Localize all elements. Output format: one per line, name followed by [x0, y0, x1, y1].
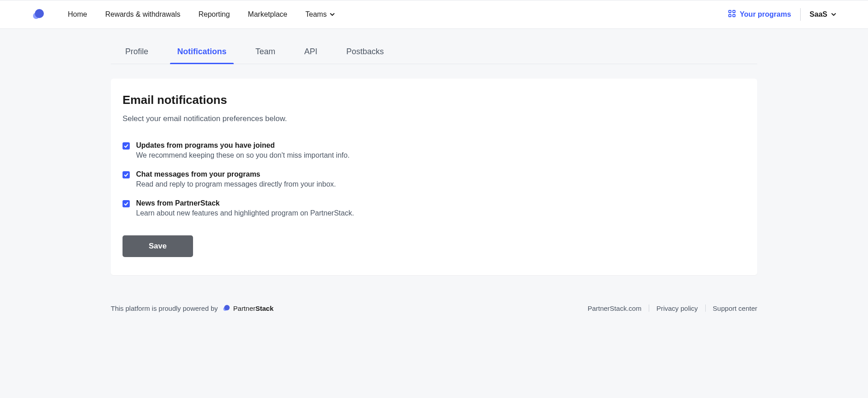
- account-label: SaaS: [810, 10, 827, 19]
- tab-profile[interactable]: Profile: [125, 47, 148, 64]
- option-label: News from PartnerStack: [136, 199, 354, 207]
- svg-rect-4: [729, 14, 731, 17]
- footer-link-site[interactable]: PartnerStack.com: [588, 304, 642, 312]
- checkbox-chat[interactable]: [123, 171, 130, 178]
- footer-left: This platform is proudly powered by Part…: [111, 304, 274, 312]
- grid-icon: [728, 9, 736, 19]
- footer: This platform is proudly powered by Part…: [111, 293, 757, 330]
- divider: [649, 304, 649, 312]
- brand-suffix: Stack: [255, 304, 274, 312]
- brand-prefix: Partner: [233, 304, 255, 312]
- card-subtitle: Select your email notification preferenc…: [123, 114, 745, 123]
- tab-notifications[interactable]: Notifications: [177, 47, 226, 64]
- top-header: Home Rewards & withdrawals Reporting Mar…: [0, 0, 868, 29]
- powered-by-text: This platform is proudly powered by: [111, 304, 218, 312]
- nav-teams[interactable]: Teams: [306, 10, 335, 19]
- nav-rewards[interactable]: Rewards & withdrawals: [105, 10, 180, 19]
- nav-reporting[interactable]: Reporting: [198, 10, 230, 19]
- primary-nav: Home Rewards & withdrawals Reporting Mar…: [68, 10, 728, 19]
- tab-team[interactable]: Team: [255, 47, 275, 64]
- nav-teams-label: Teams: [306, 10, 327, 19]
- checkbox-news[interactable]: [123, 200, 130, 207]
- settings-tabs: Profile Notifications Team API Postbacks: [111, 29, 757, 64]
- save-button[interactable]: Save: [123, 235, 193, 257]
- nav-marketplace[interactable]: Marketplace: [248, 10, 287, 19]
- tab-api[interactable]: API: [304, 47, 317, 64]
- footer-link-privacy[interactable]: Privacy policy: [656, 304, 698, 312]
- check-icon: [123, 143, 129, 149]
- checkbox-updates[interactable]: [123, 142, 130, 150]
- nav-home[interactable]: Home: [68, 10, 87, 19]
- option-news: News from PartnerStack Learn about new f…: [123, 199, 745, 217]
- svg-point-7: [224, 305, 230, 310]
- check-icon: [123, 172, 129, 178]
- divider: [705, 304, 706, 312]
- footer-link-support[interactable]: Support center: [713, 304, 757, 312]
- header-right: Your programs SaaS: [728, 8, 836, 21]
- brand-icon: [222, 304, 231, 312]
- account-menu[interactable]: SaaS: [801, 10, 836, 19]
- svg-point-1: [35, 9, 44, 18]
- option-desc: Read and reply to program messages direc…: [136, 180, 336, 188]
- check-icon: [123, 201, 129, 206]
- option-label: Updates from programs you have joined: [136, 141, 349, 150]
- notifications-card: Email notifications Select your email no…: [111, 79, 757, 275]
- footer-brand[interactable]: PartnerStack: [222, 304, 274, 312]
- chevron-down-icon: [831, 12, 836, 17]
- card-title: Email notifications: [123, 93, 745, 107]
- option-label: Chat messages from your programs: [136, 170, 336, 178]
- option-chat: Chat messages from your programs Read an…: [123, 170, 745, 188]
- your-programs-link[interactable]: Your programs: [728, 9, 800, 19]
- svg-rect-2: [729, 10, 731, 13]
- svg-rect-5: [733, 14, 735, 17]
- your-programs-label: Your programs: [740, 10, 791, 19]
- option-desc: Learn about new features and highlighted…: [136, 209, 354, 217]
- svg-rect-3: [733, 10, 735, 13]
- chevron-down-icon: [330, 12, 335, 17]
- option-updates: Updates from programs you have joined We…: [123, 141, 745, 159]
- logo-icon: [32, 8, 45, 21]
- tab-postbacks[interactable]: Postbacks: [346, 47, 384, 64]
- option-desc: We recommend keeping these on so you don…: [136, 151, 349, 159]
- logo[interactable]: [32, 8, 45, 21]
- footer-right: PartnerStack.com Privacy policy Support …: [588, 304, 757, 312]
